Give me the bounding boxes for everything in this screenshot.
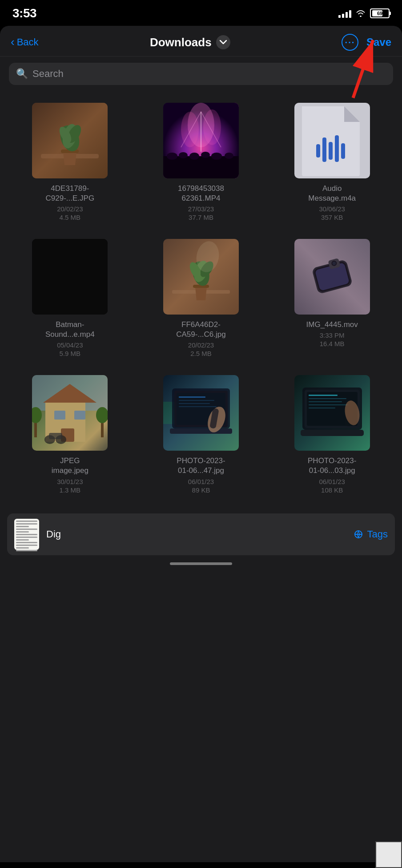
file-name: PHOTO-2023-01-06...47.jpg [177, 456, 225, 476]
svg-point-13 [203, 109, 221, 145]
file-size: 16.4 MB [320, 340, 345, 347]
home-indicator [0, 555, 402, 570]
main-content: ‹ Back Downloads ··· Save [0, 26, 402, 862]
file-thumbnail [163, 375, 239, 451]
svg-point-16 [179, 152, 188, 158]
more-options-button[interactable]: ··· [342, 34, 358, 51]
svg-rect-59 [49, 433, 62, 439]
back-label: Back [17, 36, 39, 48]
bottom-doc-label: Dig [46, 529, 346, 540]
file-size: 1.3 MB [60, 486, 81, 494]
nav-title-group: Downloads [150, 35, 230, 49]
file-grid: 4DE31789-C929-...E.JPG 20/02/23 4.5 MB [0, 91, 402, 505]
svg-rect-68 [179, 406, 217, 407]
file-size: 357 KB [321, 214, 343, 221]
list-item[interactable]: Batman-Sound...e.mp4 05/04/23 5.9 MB [4, 232, 136, 368]
document-thumbnail [14, 519, 39, 550]
file-thumbnail [32, 375, 108, 451]
svg-rect-51 [74, 411, 85, 420]
signal-bars-icon [338, 9, 351, 18]
file-date: 3:33 PM [320, 331, 345, 339]
search-placeholder: Search [32, 68, 64, 80]
svg-rect-50 [54, 411, 65, 420]
file-date: 05/04/23 [57, 341, 83, 349]
file-thumbnail [32, 239, 108, 315]
batman-image [32, 239, 108, 315]
svg-rect-28 [341, 143, 345, 159]
svg-rect-24 [316, 144, 320, 157]
file-date: 20/02/23 [188, 341, 214, 349]
file-name: 1679845303862361.MP4 [178, 184, 224, 203]
file-thumbnail [294, 375, 370, 451]
list-item[interactable]: PHOTO-2023-01-06...47.jpg 06/01/23 89 KB [136, 368, 267, 504]
plant2-image [163, 239, 239, 315]
svg-rect-14 [163, 156, 239, 178]
file-name: JPEGimage.jpeg [52, 456, 88, 476]
concert-image [163, 103, 239, 178]
tags-icon [353, 530, 364, 538]
wifi-icon [356, 10, 366, 17]
battery-icon: 69 [370, 8, 390, 18]
list-item[interactable]: FF6A46D2-CA59-...C6.jpg 20/02/23 2.5 MB [136, 232, 267, 368]
audio-file-image [297, 104, 366, 178]
file-thumbnail [294, 103, 370, 178]
file-thumbnail [32, 103, 108, 178]
bottom-bar: Dig Tags [7, 513, 395, 555]
file-name: 4DE31789-C929-...E.JPG [46, 184, 95, 203]
svg-rect-69 [170, 428, 232, 434]
list-item[interactable]: JPEGimage.jpeg 30/01/23 1.3 MB [4, 368, 136, 504]
file-size: 108 KB [321, 486, 343, 494]
list-item[interactable]: AudioMessage.m4a 30/06/23 357 KB [266, 96, 398, 232]
svg-point-15 [167, 153, 177, 160]
file-size: 89 KB [192, 486, 210, 494]
file-size: 4.5 MB [60, 214, 81, 221]
status-bar: 3:53 69 [0, 0, 402, 24]
svg-rect-26 [329, 142, 333, 160]
battery-level: 69 [371, 11, 389, 16]
house-image [32, 375, 108, 451]
chevron-down-icon [220, 40, 227, 44]
file-name: FF6A46D2-CA59-...C6.jpg [176, 320, 226, 339]
status-icons: 69 [338, 8, 390, 18]
file-size: 5.9 MB [60, 350, 81, 357]
svg-rect-27 [335, 135, 339, 162]
tags-button[interactable]: Tags [353, 529, 388, 540]
file-name: IMG_4445.mov [306, 320, 358, 330]
file-name: AudioMessage.m4a [308, 184, 356, 203]
svg-rect-77 [309, 395, 338, 396]
file-name: Batman-Sound...e.mp4 [45, 320, 95, 339]
laptop2-image [294, 375, 370, 451]
file-size: 2.5 MB [190, 350, 212, 357]
svg-rect-82 [301, 430, 364, 436]
nav-title: Downloads [150, 36, 212, 49]
file-date: 06/01/23 [188, 478, 214, 485]
file-thumbnail [163, 103, 239, 178]
file-date: 06/01/23 [319, 478, 345, 485]
file-thumbnail [294, 239, 370, 315]
back-button[interactable]: ‹ Back [11, 36, 39, 48]
svg-point-18 [201, 152, 210, 158]
svg-rect-67 [179, 403, 210, 404]
plant-image [32, 103, 108, 178]
save-button[interactable]: Save [366, 36, 391, 48]
list-item[interactable]: 1679845303862361.MP4 27/03/23 37.7 MB [136, 96, 267, 232]
file-date: 20/02/23 [57, 205, 83, 213]
more-dots-icon: ··· [345, 37, 355, 48]
back-arrow-icon: ‹ [11, 36, 15, 48]
search-container: 🔍 Search [0, 57, 402, 91]
list-item[interactable]: 4DE31789-C929-...E.JPG 20/02/23 4.5 MB [4, 96, 136, 232]
list-item[interactable]: PHOTO-2023-01-06...03.jpg 06/01/23 108 K… [266, 368, 398, 504]
file-name: PHOTO-2023-01-06...03.jpg [308, 456, 356, 476]
phone-image [294, 239, 370, 315]
nav-bar: ‹ Back Downloads ··· Save [0, 26, 402, 57]
svg-rect-25 [322, 137, 326, 162]
search-bar[interactable]: 🔍 Search [9, 63, 393, 85]
corner-element [375, 841, 402, 868]
file-size: 37.7 MB [189, 214, 213, 221]
svg-rect-78 [309, 398, 346, 399]
svg-rect-79 [309, 401, 342, 402]
title-dropdown-button[interactable] [216, 35, 230, 49]
list-item[interactable]: IMG_4445.mov 3:33 PM 16.4 MB [266, 232, 398, 368]
svg-point-17 [189, 153, 199, 160]
svg-rect-81 [309, 408, 335, 408]
